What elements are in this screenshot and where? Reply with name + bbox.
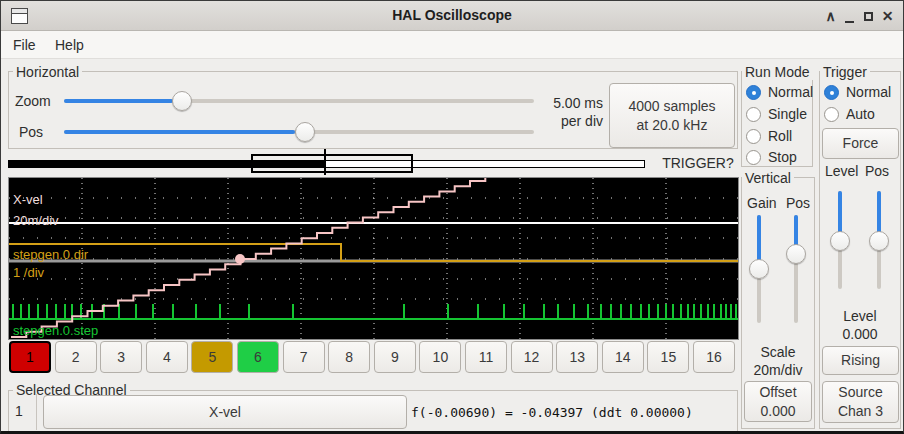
source-button[interactable]: Source Chan 3 — [822, 381, 899, 423]
window-title: HAL Oscilloscope — [1, 7, 903, 23]
horizontal-frame-label: Horizontal — [13, 64, 82, 80]
close-button[interactable]: ✕ — [878, 8, 897, 24]
source-value: Chan 3 — [838, 402, 883, 421]
channel-button-7[interactable]: 7 — [283, 341, 325, 373]
force-button[interactable]: Force — [822, 128, 899, 159]
trigger-pos-slider-label: Pos — [865, 163, 889, 179]
maximize-button[interactable] — [859, 8, 878, 24]
radio-icon[interactable] — [746, 129, 761, 144]
scope-label: stepgen.0.step — [13, 323, 98, 338]
radio-icon[interactable] — [746, 107, 761, 122]
title-bar[interactable]: HAL Oscilloscope ∧ ✕ — [1, 1, 903, 31]
selected-channel-number: 1 — [15, 403, 23, 419]
samples-button[interactable]: 4000 samples at 20.0 kHz — [609, 83, 735, 148]
zoom-slider-label: Zoom — [15, 93, 51, 109]
pos-slider-label: Pos — [19, 124, 43, 140]
radio-icon[interactable] — [824, 85, 839, 100]
zoom-slider-fill — [64, 99, 173, 103]
gain-slider-label: Gain — [747, 195, 777, 211]
channel-button-4[interactable]: 4 — [146, 341, 188, 373]
radio-label: Stop — [768, 149, 797, 165]
channel-button-6[interactable]: 6 — [237, 341, 279, 373]
offset-button[interactable]: Offset 0.000 — [744, 381, 812, 422]
vertical-pos-slider-handle[interactable] — [786, 244, 806, 264]
menu-help[interactable]: Help — [49, 35, 90, 56]
channel-button-8[interactable]: 8 — [328, 341, 370, 373]
time-per-div-label: 5.00 ms per div — [541, 94, 603, 130]
trigger-pos-slider-handle[interactable] — [869, 231, 889, 251]
vertical-frame-label: Vertical — [742, 170, 794, 186]
channel-button-9[interactable]: 9 — [374, 341, 416, 373]
minimize-button[interactable] — [840, 8, 859, 24]
radio-label: Normal — [768, 84, 813, 100]
samples-rate: at 20.0 kHz — [637, 116, 708, 135]
channel-button-12[interactable]: 12 — [511, 341, 553, 373]
scale-readout: Scale 20m/div — [741, 343, 815, 379]
channel-button-11[interactable]: 11 — [465, 341, 507, 373]
record-bar-cursor[interactable] — [324, 149, 326, 175]
channel-button-15[interactable]: 15 — [647, 341, 689, 373]
vertical-pos-slider-label: Pos — [786, 195, 810, 211]
channel-button-16[interactable]: 16 — [693, 341, 735, 373]
run-mode-roll[interactable]: Roll — [746, 128, 792, 144]
trigger-level-readout: Level 0.000 — [819, 307, 901, 343]
trigger-frame-label: Trigger — [820, 64, 870, 80]
scope-label: 20m/div — [13, 213, 59, 228]
hal-oscilloscope-window: HAL Oscilloscope ∧ ✕ File Help Horizonta… — [0, 0, 904, 434]
trigger-level-slider-label: Level — [825, 163, 858, 179]
trigger-level-caption: Level — [819, 307, 901, 325]
scope-display: X-vel20m/divstepgen.0.dir1 /divstepgen.0… — [8, 177, 739, 340]
run-mode-single[interactable]: Single — [746, 106, 807, 122]
channel-button-13[interactable]: 13 — [556, 341, 598, 373]
radio-label: Auto — [846, 106, 875, 122]
gain-slider-handle[interactable] — [749, 259, 769, 279]
radio-label: Normal — [846, 84, 891, 100]
channel-button-1[interactable]: 1 — [9, 341, 51, 373]
zoom-slider-handle[interactable] — [172, 91, 192, 111]
channel-button-10[interactable]: 10 — [419, 341, 461, 373]
trigger-frame — [819, 71, 901, 429]
time-per-div-value: 5.00 ms — [541, 94, 603, 112]
trigger-level-value: 0.000 — [819, 325, 901, 343]
channel-button-14[interactable]: 14 — [602, 341, 644, 373]
radio-icon[interactable] — [746, 150, 761, 165]
scope-canvas: X-vel20m/divstepgen.0.dir1 /divstepgen.0… — [9, 178, 738, 339]
run-mode-frame-label: Run Mode — [742, 64, 813, 80]
radio-icon[interactable] — [824, 107, 839, 122]
channel-button-2[interactable]: 2 — [55, 341, 97, 373]
trigger-auto[interactable]: Auto — [824, 106, 875, 122]
edge-button[interactable]: Rising — [822, 346, 899, 375]
shade-button[interactable]: ∧ — [821, 8, 840, 24]
radio-icon[interactable] — [746, 85, 761, 100]
trigger-level-slider-handle[interactable] — [830, 231, 850, 251]
radio-label: Roll — [768, 128, 792, 144]
run-mode-normal[interactable]: Normal — [746, 84, 813, 100]
selected-channel-divider — [36, 394, 37, 430]
offset-label: Offset — [759, 383, 796, 402]
run-mode-stop[interactable]: Stop — [746, 149, 797, 165]
scope-label: 1 /div — [13, 265, 45, 280]
pos-slider-handle[interactable] — [295, 122, 315, 142]
samples-count: 4000 samples — [628, 97, 715, 116]
radio-label: Single — [768, 106, 807, 122]
minimize-icon — [845, 21, 854, 23]
trigger-question-label: TRIGGER? — [659, 155, 737, 171]
scale-label: Scale — [741, 343, 815, 361]
channel-button-5[interactable]: 5 — [191, 341, 233, 373]
time-per-div-units: per div — [541, 112, 603, 130]
channel-button-3[interactable]: 3 — [100, 341, 142, 373]
scope-label: X-vel — [13, 192, 43, 207]
channel-readout: f(-0.00690) = -0.04397 (ddt 0.00000) — [411, 405, 693, 420]
maximize-icon — [864, 12, 873, 21]
scale-value: 20m/div — [741, 361, 815, 379]
channel-name-button[interactable]: X-vel — [43, 395, 407, 429]
menu-bar: File Help — [1, 31, 903, 59]
menu-file[interactable]: File — [7, 35, 42, 56]
trigger-normal[interactable]: Normal — [824, 84, 891, 100]
source-label: Source — [838, 383, 882, 402]
offset-value: 0.000 — [760, 402, 795, 421]
record-bar-zoom-window[interactable] — [251, 154, 413, 173]
scope-label: stepgen.0.dir — [13, 247, 89, 262]
pos-slider-fill — [64, 130, 295, 134]
